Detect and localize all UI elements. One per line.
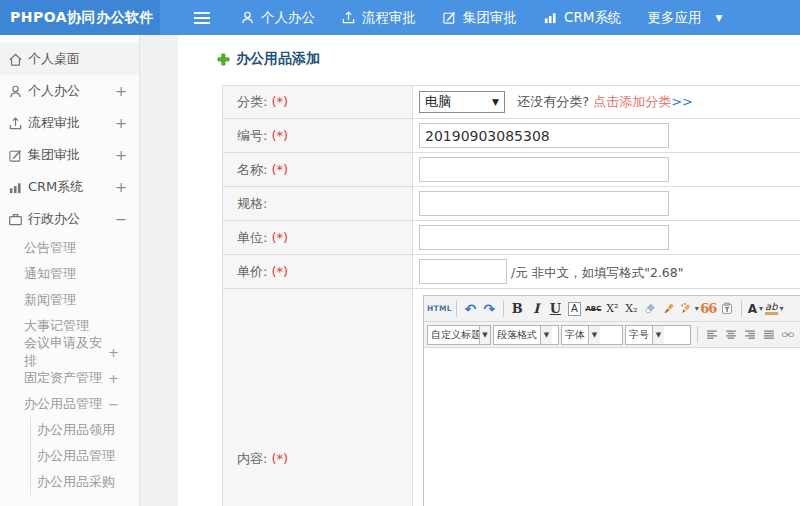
expand-marker[interactable]: + xyxy=(108,345,119,360)
align-center-icon[interactable] xyxy=(721,325,740,345)
price-input[interactable] xyxy=(419,259,507,284)
sidebar-item-fixed-assets-mgmt[interactable]: 固定资产管理 + xyxy=(0,365,139,391)
toolbar-separator xyxy=(503,300,504,317)
sidebar-item-meeting-request-mgmt[interactable]: 会议申请及安排 + xyxy=(0,339,139,365)
content-row: 内容:(*) HTML ↶ ↷ B I U A ABC xyxy=(223,289,800,506)
name-input[interactable] xyxy=(419,157,669,182)
briefcase-icon xyxy=(8,212,23,227)
caret-down-icon: ▼ xyxy=(652,326,664,344)
sidebar-item-desktop[interactable]: 个人桌面 xyxy=(0,43,139,75)
sidebar-item-workflow-approval[interactable]: 流程审批 + xyxy=(0,107,139,139)
html-source-button[interactable]: HTML xyxy=(427,299,452,319)
bar-chart-icon xyxy=(8,180,23,195)
toolbar-separator xyxy=(741,300,742,317)
heading-select[interactable]: 自定义标题▼ xyxy=(427,325,491,345)
sidebar-item-office-supplies-mgmt[interactable]: 办公用品管理 − xyxy=(0,391,139,417)
add-category-link[interactable]: 点击添加分类 xyxy=(593,94,671,109)
top-bar: PHPOA协同办公软件 个人办公 流程审批 集团审批 CRM系统 更多应用 ▼ xyxy=(0,0,800,35)
category-hint: 还没有分类? xyxy=(517,94,589,109)
superscript-button[interactable]: X² xyxy=(603,299,622,319)
collapse-marker[interactable]: − xyxy=(115,211,127,227)
editor-toolbar-row2: 自定义标题▼ 段落格式▼ 字体▼ 字号▼ xyxy=(424,322,800,348)
eraser-icon[interactable] xyxy=(641,299,660,319)
nav-item-group-approval[interactable]: 集团审批 xyxy=(442,9,517,27)
sidebar-item-news-mgmt[interactable]: 新闻管理 xyxy=(0,287,139,313)
align-left-icon[interactable] xyxy=(702,325,721,345)
sidebar-item-crm[interactable]: CRM系统 + xyxy=(0,171,139,203)
unit-label: 单位:(*) xyxy=(223,221,413,255)
required-marker: (*) xyxy=(271,264,288,279)
code-row: 编号:(*) xyxy=(223,119,800,153)
person-icon xyxy=(240,10,255,25)
expand-marker[interactable]: + xyxy=(108,371,119,386)
flow-upload-icon xyxy=(8,116,23,131)
code-input[interactable] xyxy=(419,123,669,148)
spec-input[interactable] xyxy=(419,191,669,216)
sidebar-item-admin-office[interactable]: 行政办公 − xyxy=(0,203,139,235)
align-right-icon[interactable] xyxy=(740,325,759,345)
menu-icon[interactable] xyxy=(194,12,210,24)
expand-marker[interactable]: + xyxy=(115,83,127,99)
undo-icon[interactable]: ↶ xyxy=(461,299,480,319)
required-marker: (*) xyxy=(271,230,288,245)
format-painter-icon[interactable]: ▾ xyxy=(679,299,699,319)
nav-item-more-apps[interactable]: 更多应用 ▼ xyxy=(647,9,722,27)
nav-item-label: 个人办公 xyxy=(261,9,315,27)
nav-item-personal-office[interactable]: 个人办公 xyxy=(240,9,315,27)
font-color-button[interactable]: A▾ xyxy=(746,299,765,319)
unit-input[interactable] xyxy=(419,225,669,250)
clean-format-icon[interactable] xyxy=(660,299,679,319)
sidebar-item-supplies-mgmt[interactable]: 办公用品管理 xyxy=(31,443,139,469)
collapse-marker[interactable]: − xyxy=(108,397,119,412)
supplies-add-form: 分类:(*) 电脑 ▼ 还没有分类? 点击添加分类>> 编号:(*) 名称:(*… xyxy=(222,85,800,506)
expand-marker[interactable]: + xyxy=(115,147,127,163)
sidebar-item-supplies-purchase[interactable]: 办公用品采购 xyxy=(31,469,139,495)
caret-down-icon: ▼ xyxy=(540,326,552,344)
blockquote-button[interactable]: 66 xyxy=(699,299,718,319)
justify-icon[interactable] xyxy=(759,325,778,345)
subscript-button[interactable]: X₂ xyxy=(622,299,641,319)
font-size-select[interactable]: 字号▼ xyxy=(625,325,691,345)
price-format-hint: /元 非中文，如填写格式"2.68" xyxy=(511,265,684,280)
nav-item-label: 更多应用 xyxy=(647,9,701,27)
highlight-color-button[interactable]: ab▾ xyxy=(765,299,784,319)
nav-item-workflow-approval[interactable]: 流程审批 xyxy=(341,9,416,27)
nav-item-crm[interactable]: CRM系统 xyxy=(543,9,621,27)
sidebar-item-personal-office[interactable]: 个人办公 + xyxy=(0,75,139,107)
redo-icon[interactable]: ↷ xyxy=(480,299,499,319)
category-select[interactable]: 电脑 ▼ xyxy=(419,91,505,113)
italic-button[interactable]: I xyxy=(527,299,546,319)
sidebar-item-label: 个人桌面 xyxy=(28,50,80,68)
paste-icon[interactable] xyxy=(718,299,737,319)
caret-down-icon: ▾ xyxy=(780,304,784,313)
link-icon[interactable] xyxy=(778,325,797,345)
sidebar-item-label: 流程审批 xyxy=(28,114,80,132)
sidebar-item-announcement-mgmt[interactable]: 公告管理 xyxy=(0,235,139,261)
paragraph-format-select[interactable]: 段落格式▼ xyxy=(493,325,559,345)
underline-button[interactable]: U xyxy=(546,299,565,319)
font-style-button[interactable]: A xyxy=(565,299,584,319)
add-category-link-arrows[interactable]: >> xyxy=(671,94,693,109)
bold-button[interactable]: B xyxy=(508,299,527,319)
sidebar-item-supplies-claim[interactable]: 办公用品领用 xyxy=(31,417,139,443)
sidebar-item-group-approval[interactable]: 集团审批 + xyxy=(0,139,139,171)
sidebar-item-label: 个人办公 xyxy=(28,82,80,100)
editor-toolbar-row1: HTML ↶ ↷ B I U A ABC X² X₂ ▾ xyxy=(424,296,800,322)
sidebar-item-label: 集团审批 xyxy=(28,146,80,164)
sidebar-item-label: 行政办公 xyxy=(28,210,80,228)
toolbar-separator xyxy=(697,326,698,343)
name-row: 名称:(*) xyxy=(223,153,800,187)
sidebar-item-notice-mgmt[interactable]: 通知管理 xyxy=(0,261,139,287)
person-icon xyxy=(8,84,23,99)
strikethrough-button[interactable]: ABC xyxy=(584,299,603,319)
font-family-select[interactable]: 字体▼ xyxy=(561,325,623,345)
expand-marker[interactable]: + xyxy=(115,115,127,131)
category-label: 分类:(*) xyxy=(223,86,413,119)
spec-row: 规格: xyxy=(223,187,800,221)
plus-icon xyxy=(217,53,230,66)
caret-down-icon: ▼ xyxy=(492,97,499,107)
editor-content-area[interactable] xyxy=(424,348,800,506)
caret-down-icon: ▾ xyxy=(759,304,763,313)
edit-icon xyxy=(442,10,457,25)
expand-marker[interactable]: + xyxy=(115,179,127,195)
